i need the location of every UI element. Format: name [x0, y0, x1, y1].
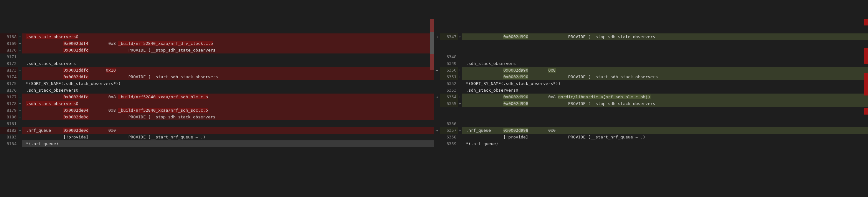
line-number: 8177 [0, 94, 18, 100]
diff-line[interactable]: →6354+ 0x0002d990 0x8 nordic/libnordic.a… [434, 94, 868, 100]
line-number: 6355 [440, 100, 458, 107]
diff-sign: − [18, 113, 22, 120]
diff-line[interactable]: 8171 [0, 54, 434, 60]
code-content: .sdh_stack_observers [462, 60, 868, 67]
diff-inline-change: _build/nrf52840_xxaa/nrf_sdh_ble.c.o [118, 95, 208, 99]
diff-inline-change: 0x0002ddf4 [63, 41, 88, 46]
code-content: .nrf_queue 0x0002d998 0x0 [462, 127, 868, 134]
diff-line[interactable]: 8182− .nrf_queue 0x0002de0c 0x0 [0, 127, 434, 134]
diff-inline-change: .sdh_state_observers0 [26, 34, 78, 39]
diff-line[interactable]: 8180− 0x0002de0c PROVIDE (__stop_sdh_sta… [0, 113, 434, 120]
code-content: 0x0002ddfc PROVIDE (__start_sdh_stack_ob… [22, 73, 434, 80]
diff-line[interactable]: 6351+ 0x0002d990 PROVIDE (__start_sdh_st… [434, 73, 868, 80]
line-number: 6351 [440, 73, 458, 80]
diff-line[interactable]: 6359 *(.nrf_queue) [434, 140, 868, 147]
diff-line[interactable]: 8183 [!provide] PROVIDE (__start_nrf_que… [0, 134, 434, 140]
diff-inline-change: 0x0002ddfc [63, 68, 88, 72]
diff-line[interactable]: 8177− 0x0002ddfc 0x8 _build/nrf52840_xxa… [0, 94, 434, 100]
diff-sign: − [18, 73, 22, 80]
line-number: 8172 [0, 60, 18, 67]
overview-ruler-left[interactable] [430, 19, 434, 147]
line-number: 8182 [0, 127, 18, 134]
diff-line[interactable]: 6353 .sdh_stack_observers0 [434, 87, 868, 94]
code-content: 0x0002ddfc 0x10 [22, 67, 434, 73]
line-number: 8183 [0, 134, 18, 140]
code-content: .sdh_stack_observers0 [462, 87, 868, 94]
diff-right-pane[interactable]: →6347+ 0x0002d990 PROVIDE (__stop_sdh_st… [434, 19, 868, 147]
diff-line[interactable]: →6347+ 0x0002d990 PROVIDE (__stop_sdh_st… [434, 33, 868, 40]
diff-inline-change: 0x0002d990 [503, 34, 528, 39]
line-number: 6348 [440, 54, 458, 60]
overview-ruler-right[interactable] [864, 19, 868, 147]
diff-sign: − [18, 33, 22, 40]
line-number: 8170 [0, 47, 18, 54]
diff-line[interactable]: 8168− .sdh_state_observers0 [0, 33, 434, 40]
diff-line[interactable]: 8178− .sdh_stack_observers0 [0, 100, 434, 107]
code-content: *(SORT_BY_NAME(.sdh_stack_observers*)) [22, 80, 434, 87]
diff-line[interactable]: 8173− 0x0002ddfc 0x10 [0, 67, 434, 73]
diff-line[interactable]: 8184 *(.nrf_queue) [0, 140, 434, 147]
diff-sign: + [458, 73, 462, 80]
code-content: 0x0002ddfc PROVIDE (__stop_sdh_state_obs… [22, 47, 434, 54]
diff-inline-change: _build/nrf52840_xxaa/nrf_sdh_soc.c.o [118, 108, 208, 113]
line-number: 8168 [0, 33, 18, 40]
line-number: 6359 [440, 140, 458, 147]
code-content: 0x0002ddf4 0x8 _build/nrf52840_xxaa/nrf_… [22, 40, 434, 47]
diff-inline-change: 0x0002d990 [503, 95, 528, 99]
code-content: [!provide] PROVIDE (__start_nrf_queue = … [22, 134, 434, 140]
diff-line[interactable] [434, 113, 868, 120]
code-content: 0x0002d990 PROVIDE (__stop_sdh_state_obs… [462, 33, 868, 40]
diff-line[interactable]: 8179− 0x0002de04 0x8 _build/nrf52840_xxa… [0, 107, 434, 113]
diff-inline-change: 0x0002d990 [503, 68, 528, 72]
diff-line[interactable]: 6349 .sdh_stack_observers [434, 60, 868, 67]
diff-line[interactable]: 8170− 0x0002ddfc PROVIDE (__stop_sdh_sta… [0, 47, 434, 54]
diff-sign: − [18, 94, 22, 100]
diff-line[interactable]: 8175 *(SORT_BY_NAME(.sdh_stack_observers… [0, 80, 434, 87]
diff-line[interactable]: →6357+ .nrf_queue 0x0002d998 0x0 [434, 127, 868, 134]
code-content: .sdh_state_observers0 [22, 33, 434, 40]
diff-inline-change: 0x0002ddfc [63, 48, 88, 53]
diff-line[interactable]: 6356 [434, 120, 868, 127]
diff-line[interactable]: 8181 [0, 120, 434, 127]
diff-sign: + [458, 100, 462, 107]
line-number: 8180 [0, 113, 18, 120]
diff-line[interactable]: →6350+ 0x0002d990 0x8 [434, 67, 868, 73]
line-number: 6357 [440, 127, 458, 134]
diff-line[interactable] [434, 40, 868, 47]
line-number: 6356 [440, 120, 458, 127]
diff-left-pane[interactable]: 8168− .sdh_state_observers08169− 0x0002d… [0, 19, 434, 147]
line-number: 8171 [0, 54, 18, 60]
diff-view: 8168− .sdh_state_observers08169− 0x0002d… [0, 19, 868, 147]
diff-line[interactable]: 8174− 0x0002ddfc PROVIDE (__start_sdh_st… [0, 73, 434, 80]
diff-line[interactable]: 8176 .sdh_stack_observers0 [0, 87, 434, 94]
diff-sign: + [458, 33, 462, 40]
diff-arrow-icon: → [434, 94, 440, 100]
line-number: 6352 [440, 80, 458, 87]
diff-line[interactable]: 6358 [!provide] PROVIDE (__start_nrf_que… [434, 134, 868, 140]
diff-inline-change: 0x0002d998 [503, 101, 528, 106]
diff-sign: + [458, 127, 462, 134]
diff-sign: − [18, 47, 22, 54]
diff-inline-change: 0x0002d990 [503, 74, 528, 79]
diff-inline-change: 0x0002de0c [63, 128, 88, 133]
diff-line[interactable]: 8169− 0x0002ddf4 0x8 _build/nrf52840_xxa… [0, 40, 434, 47]
line-number: 8173 [0, 67, 18, 73]
diff-inline-change: nordic/libnordic.a(nrf_sdh_ble.c.obj) [558, 95, 651, 99]
diff-line[interactable] [434, 107, 868, 113]
code-content: 0x0002de04 0x8 _build/nrf52840_xxaa/nrf_… [22, 107, 434, 113]
code-content: 0x0002d998 PROVIDE (__stop_sdh_stack_obs… [462, 100, 868, 107]
diff-line[interactable]: 6352 *(SORT_BY_NAME(.sdh_stack_observers… [434, 80, 868, 87]
diff-line[interactable]: 6355+ 0x0002d998 PROVIDE (__stop_sdh_sta… [434, 100, 868, 107]
diff-line[interactable]: 8172 .sdh_stack_observers [0, 60, 434, 67]
diff-inline-change: 0x0002ddfc [63, 95, 88, 99]
line-number: 6358 [440, 134, 458, 140]
code-content: *(.nrf_queue) [22, 140, 434, 147]
line-number: 8184 [0, 140, 18, 147]
code-content: 0x0002d990 PROVIDE (__start_sdh_stack_ob… [462, 73, 868, 80]
line-number: 6353 [440, 87, 458, 94]
diff-arrow-icon: → [434, 127, 440, 134]
diff-line[interactable]: 6348 [434, 54, 868, 60]
diff-line[interactable] [434, 47, 868, 54]
code-content: *(.nrf_queue) [462, 140, 868, 147]
code-content: .sdh_stack_observers0 [22, 100, 434, 107]
